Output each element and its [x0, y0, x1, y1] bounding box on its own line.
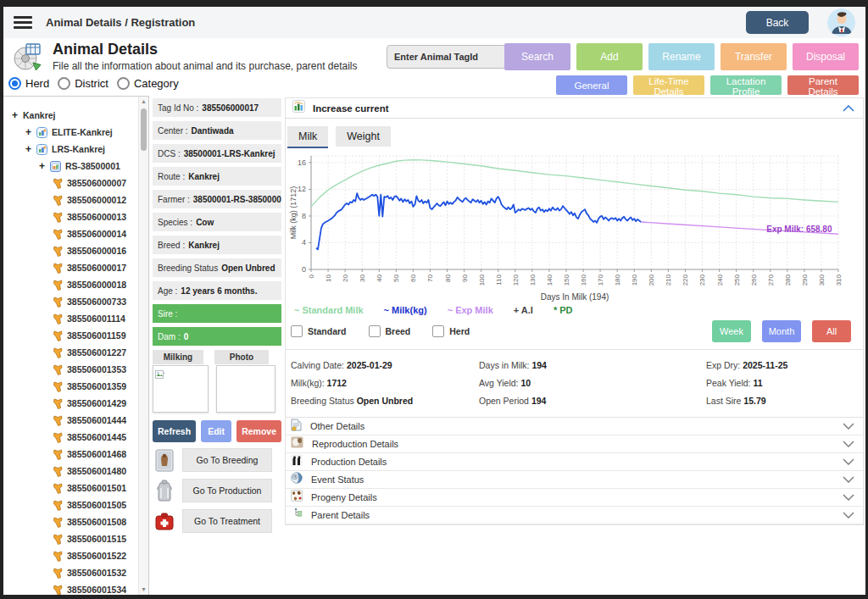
tree-animal-385506001468[interactable]: 385506001468: [3, 446, 148, 463]
tab-photo[interactable]: Photo: [214, 350, 269, 364]
summary-column-2: Days in Milk: 194Avg Yield: 10Open Perio…: [479, 357, 706, 410]
tree-node-lrs-kankrej[interactable]: +LRS-Kankrej: [3, 141, 148, 158]
tree-animal-385506000007[interactable]: 385506000007: [3, 175, 148, 191]
animal-tagid-input[interactable]: [387, 45, 510, 69]
hamburger-menu-icon[interactable]: [14, 14, 32, 31]
tree-animal-385506001532[interactable]: 385506001532: [3, 564, 148, 581]
animal-detail-fields: Tag Id No :385506000017Center :Dantiwada…: [153, 98, 281, 346]
scroll-up-icon[interactable]: ▲: [139, 97, 148, 107]
tree-animal-385506000013[interactable]: 385506000013: [3, 208, 148, 225]
section-progeny-details[interactable]: Progeny Details: [286, 489, 863, 507]
tree-animal-385506001359[interactable]: 385506001359: [3, 378, 148, 395]
summary-value: 11: [753, 378, 762, 388]
checkbox-herd-box[interactable]: [432, 325, 444, 337]
life-time-details-button[interactable]: Life-Time Details: [633, 75, 704, 95]
parent-details-button[interactable]: Parent Details: [787, 75, 859, 95]
remove-button[interactable]: Remove: [236, 420, 281, 442]
week-button[interactable]: Week: [712, 320, 751, 342]
add-button[interactable]: Add: [576, 43, 643, 70]
tree-scrollbar[interactable]: ▲ ▼: [138, 97, 148, 595]
animal-tag-icon: [53, 347, 63, 358]
tree-animal-385506001227[interactable]: 385506001227: [3, 344, 148, 361]
tree-animal-385506001501[interactable]: 385506001501: [3, 480, 148, 496]
expand-icon[interactable]: +: [25, 126, 31, 138]
section-other-details[interactable]: Other Details: [286, 418, 863, 435]
tree-node-kankrej[interactable]: +Kankrej: [3, 107, 148, 124]
radio-category[interactable]: Category: [117, 77, 179, 90]
tree-node-rs-38500001[interactable]: +RS-38500001: [3, 158, 148, 175]
tree-animal-385506001445[interactable]: 385506001445: [3, 429, 148, 446]
checkbox-standard-box[interactable]: [291, 325, 303, 337]
general-button[interactable]: General: [556, 75, 627, 95]
tree-animal-385506001444[interactable]: 385506001444: [3, 412, 148, 429]
collapse-chevron-up-icon[interactable]: [843, 105, 854, 112]
rename-button[interactable]: Rename: [648, 43, 715, 70]
tab-milk[interactable]: Milk: [287, 126, 328, 148]
go-to-production-button[interactable]: Go To Production: [182, 479, 272, 502]
edit-button[interactable]: Edit: [201, 420, 231, 442]
radio-herd[interactable]: Herd: [8, 77, 49, 90]
expand-icon[interactable]: +: [25, 143, 31, 155]
tree-animal-385506000017[interactable]: 385506000017: [3, 259, 148, 276]
tree-animal-385506001480[interactable]: 385506001480: [3, 463, 148, 480]
tree-animal-385506001114[interactable]: 385506001114: [3, 310, 148, 327]
tree-animal-385506000012[interactable]: 385506000012: [3, 191, 148, 208]
all-button[interactable]: All: [812, 320, 851, 342]
transfer-button[interactable]: Transfer: [721, 43, 787, 70]
tree-animal-385506001505[interactable]: 385506001505: [3, 496, 148, 513]
tree-animal-385506000016[interactable]: 385506000016: [3, 242, 148, 259]
tree-animal-385506001159[interactable]: 385506001159: [3, 327, 148, 344]
tab-milking[interactable]: Milking: [153, 350, 203, 364]
summary-value: Open Unbred: [357, 396, 414, 406]
chevron-down-icon[interactable]: [843, 423, 854, 430]
search-button[interactable]: Search: [504, 43, 570, 70]
photo-image-box[interactable]: [216, 365, 275, 413]
chevron-down-icon[interactable]: [843, 512, 854, 519]
checkbox-breed[interactable]: Breed: [369, 325, 411, 337]
back-button[interactable]: Back: [746, 11, 809, 34]
tree-animal-385506001353[interactable]: 385506001353: [3, 361, 148, 378]
expand-icon[interactable]: +: [39, 160, 45, 172]
checkbox-standard[interactable]: Standard: [291, 325, 347, 337]
tree-animal-385506001534[interactable]: 385506001534: [3, 581, 148, 595]
disposal-button[interactable]: Disposal: [793, 43, 859, 70]
go-to-breeding-button[interactable]: Go To Breeding: [182, 448, 272, 472]
chevron-down-icon[interactable]: [843, 441, 854, 447]
radio-district[interactable]: District: [58, 77, 108, 90]
section-reproduction-details[interactable]: Reproduction Details: [286, 435, 863, 453]
tree-node-elite-kankrej[interactable]: +ELITE-Kankrej: [3, 124, 148, 141]
tree-animal-385506000733[interactable]: 385506000733: [3, 293, 148, 310]
chevron-down-icon[interactable]: [843, 494, 854, 501]
milking-image-box[interactable]: [153, 365, 209, 413]
scrollbar-thumb[interactable]: [141, 108, 147, 151]
tree-animal-385506000014[interactable]: 385506000014: [3, 225, 148, 242]
tab-weight[interactable]: Weight: [336, 126, 391, 147]
radio-category-dot[interactable]: [117, 77, 130, 90]
tree-label: 385506000016: [67, 246, 126, 256]
tree-animal-385506001508[interactable]: 385506001508: [3, 513, 148, 530]
tree-label: 385506001159: [67, 330, 126, 341]
expand-icon[interactable]: +: [12, 109, 18, 121]
chevron-down-icon[interactable]: [843, 458, 854, 465]
section-event-status[interactable]: Event Status: [286, 471, 863, 489]
month-button[interactable]: Month: [762, 320, 801, 342]
refresh-button[interactable]: Refresh: [153, 420, 196, 442]
checkbox-breed-box[interactable]: [369, 325, 381, 337]
tree-animal-385506001515[interactable]: 385506001515: [3, 530, 148, 547]
milk-can-icon: [153, 480, 176, 502]
checkbox-herd[interactable]: Herd: [432, 325, 470, 337]
radio-herd-dot[interactable]: [8, 77, 21, 90]
section-production-details[interactable]: Production Details: [286, 453, 863, 471]
scroll-down-icon[interactable]: ▼: [139, 585, 148, 595]
go-to-treatment-button[interactable]: Go To Treatment: [182, 509, 272, 533]
user-avatar[interactable]: [827, 8, 855, 36]
chevron-down-icon[interactable]: [843, 476, 854, 483]
section-parent-details[interactable]: Parent Details: [286, 507, 863, 524]
tree-animal-385506000018[interactable]: 385506000018: [3, 276, 148, 293]
radio-district-dot[interactable]: [58, 77, 70, 90]
animal-tag-icon: [53, 297, 63, 308]
lactation-profile-button[interactable]: Lactation Profile: [710, 75, 782, 95]
tree-animal-385506001522[interactable]: 385506001522: [3, 547, 148, 564]
tree-animal-385506001429[interactable]: 385506001429: [3, 395, 148, 412]
field-label: Farmer :: [158, 195, 190, 204]
